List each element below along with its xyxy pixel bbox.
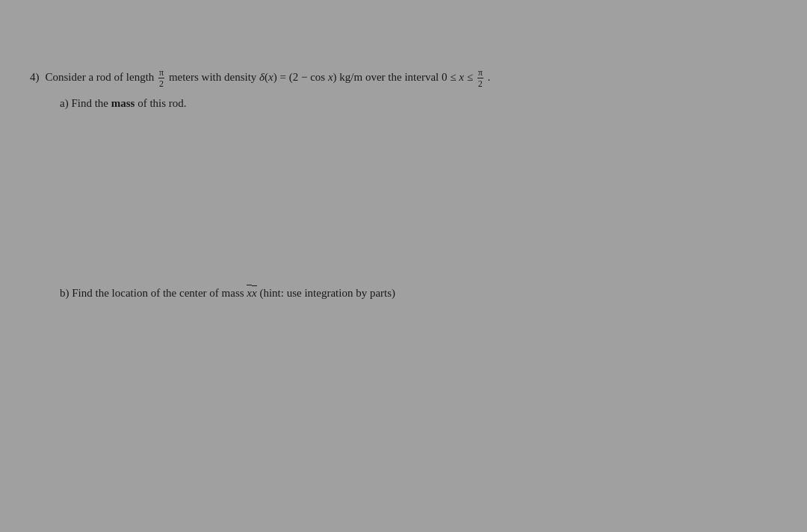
part-a-pre: Find the — [71, 97, 111, 109]
x-bar-overline: x — [252, 284, 257, 302]
interval-x: x — [459, 71, 464, 83]
length-denominator: 2 — [158, 78, 164, 89]
interval-end-fraction: π 2 — [477, 67, 483, 90]
part-b: b) Find the location of the center of ma… — [60, 284, 777, 302]
interval-start: 0 ≤ — [442, 71, 459, 83]
problem-header: 4) Consider a rod of length π 2 meters w… — [30, 67, 777, 90]
density-equals: = (2 − cos — [280, 71, 328, 83]
cos-x: x — [328, 71, 333, 83]
part-b-hint: (hint: use integration by parts) — [259, 287, 395, 299]
part-b-text: Find the location of the center of mass — [72, 287, 247, 299]
interval-leq: ≤ — [464, 71, 476, 83]
part-a: a) Find the mass of this rod. — [60, 94, 777, 112]
interval-end-denominator: 2 — [477, 78, 483, 89]
interval-end-numerator: π — [477, 67, 483, 78]
part-a-label: a) — [60, 97, 69, 109]
page: 4) Consider a rod of length π 2 meters w… — [0, 0, 807, 532]
density-units: ) kg/m over the interval — [333, 71, 442, 83]
part-a-mass: mass — [111, 97, 135, 109]
part-b-label: b) — [60, 287, 69, 299]
intro-text: Consider a rod of length — [46, 71, 155, 83]
problem-intro: Consider a rod of length π 2 meters with… — [46, 67, 491, 90]
meters-text: meters with density — [169, 71, 259, 83]
period: . — [487, 71, 490, 83]
x-bar-symbol: x — [252, 285, 257, 301]
part-a-post: of this rod. — [137, 97, 186, 109]
density-x: x — [268, 71, 273, 83]
content-area: 4) Consider a rod of length π 2 meters w… — [30, 67, 777, 302]
length-fraction: π 2 — [158, 67, 164, 90]
density-close: ) — [273, 71, 277, 83]
length-numerator: π — [158, 67, 164, 78]
problem-number: 4) — [30, 68, 40, 86]
